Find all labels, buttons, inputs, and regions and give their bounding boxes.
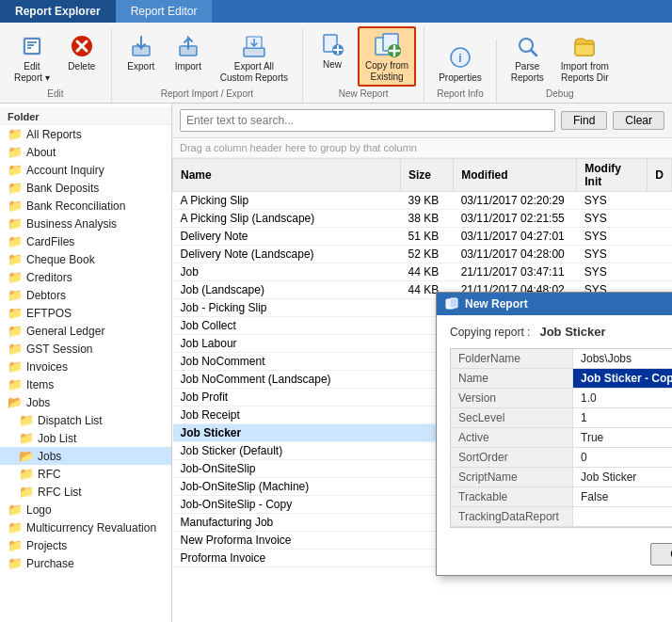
- sidebar-item-label-16: Dispatch List: [38, 414, 103, 427]
- modal-field-value-1[interactable]: Job Sticker - Copy: [573, 369, 672, 389]
- parse-reports-button[interactable]: ParseReports: [504, 28, 551, 87]
- edit-report-button[interactable]: EditReport ▾: [8, 28, 56, 87]
- import-label: Import: [175, 61, 201, 72]
- ribbon-group-new-report-label: New Report: [339, 88, 389, 99]
- ribbon-group-debug-label: Debug: [546, 88, 573, 99]
- modal-ok-button[interactable]: OK: [650, 543, 672, 566]
- export-button[interactable]: Export: [120, 28, 163, 87]
- ribbon-group-debug: ParseReports Import fromReports Dir Debu…: [501, 28, 623, 103]
- properties-icon: i: [445, 42, 475, 72]
- sidebar-item-bank-deposits[interactable]: 📁Bank Deposits: [0, 179, 171, 197]
- delete-button[interactable]: Delete: [60, 28, 104, 87]
- new-label: New: [323, 59, 342, 71]
- content-area: Find Clear Drag a column header here to …: [172, 104, 672, 622]
- sidebar-item-label-9: Debtors: [26, 289, 66, 302]
- copy-from-existing-button[interactable]: Copy fromExisting: [358, 26, 416, 87]
- modal-field-label-3: SecLevel: [451, 408, 573, 428]
- sidebar-item-jobs[interactable]: 📂Jobs: [0, 393, 171, 411]
- svg-rect-1: [24, 39, 40, 54]
- modal-field-label-8: TrackingDataReport: [451, 507, 573, 527]
- folder-icon-12: 📁: [8, 342, 23, 356]
- folder-icon-13: 📁: [8, 359, 23, 374]
- edit-report-label: EditReport ▾: [14, 61, 50, 84]
- sidebar-item-label-6: CardFiles: [26, 235, 74, 248]
- sidebar-item-label-3: Bank Deposits: [26, 182, 99, 195]
- copy-from-existing-icon: [372, 30, 402, 60]
- sidebar-item-label-24: Purchase: [26, 557, 74, 570]
- new-button[interactable]: New: [311, 26, 354, 87]
- ribbon-group-import-export-label: Report Import / Export: [161, 88, 253, 99]
- sidebar-item-label-8: Creditors: [26, 271, 72, 284]
- svg-text:i: i: [458, 52, 461, 65]
- sidebar-item-business-analysis[interactable]: 📁Business Analysis: [0, 215, 171, 232]
- export-all-button[interactable]: Export AllCustom Reports: [214, 28, 295, 87]
- sidebar-item-cheque-book[interactable]: 📁Cheque Book: [0, 250, 171, 268]
- sidebar-item-label-12: GST Session: [26, 343, 92, 356]
- sidebar-item-label-19: RFC: [38, 468, 61, 481]
- sidebar-item-purchase[interactable]: 📁Purchase: [0, 554, 171, 572]
- folder-icon-0: 📁: [8, 127, 23, 141]
- sidebar-item-dispatch-list[interactable]: 📁Dispatch List: [0, 411, 171, 429]
- sidebar-item-rfc[interactable]: 📁RFC: [0, 465, 171, 483]
- modal-field-label-7: Trackable: [451, 487, 573, 507]
- tab-report-editor[interactable]: Report Editor: [116, 0, 213, 23]
- sidebar-item-gst-session[interactable]: 📁GST Session: [0, 340, 171, 358]
- sidebar-item-projects[interactable]: 📁Projects: [0, 536, 171, 554]
- modal-body: Copying report : Job Sticker FolderNameJ…: [437, 315, 672, 535]
- sidebar-item-label-11: General Ledger: [26, 325, 104, 338]
- folder-icon-4: 📁: [8, 199, 23, 213]
- folder-icon-3: 📁: [8, 181, 23, 195]
- sidebar-item-label-20: RFC List: [38, 486, 82, 499]
- svg-line-28: [532, 51, 537, 56]
- main-layout: Folder 📁All Reports📁About📁Account Inquir…: [0, 104, 672, 622]
- edit-report-icon: [17, 31, 47, 61]
- properties-button[interactable]: i Properties: [432, 40, 488, 87]
- modal-title-label: New Report: [465, 297, 528, 311]
- sidebar-item-label-1: About: [26, 146, 56, 159]
- sidebar-item-general-ledger[interactable]: 📁General Ledger: [0, 322, 171, 340]
- folder-icon-1: 📁: [8, 145, 23, 159]
- sidebar-item-all-reports[interactable]: 📁All Reports: [0, 125, 171, 143]
- export-icon: [126, 31, 156, 61]
- sidebar-item-account-inquiry[interactable]: 📁Account Inquiry: [0, 161, 171, 179]
- sidebar-item-eftpos[interactable]: 📁EFTPOS: [0, 304, 171, 322]
- tab-report-explorer[interactable]: Report Explorer: [0, 0, 116, 23]
- sidebar-item-rfc-list[interactable]: 📁RFC List: [0, 483, 171, 501]
- ribbon-group-import-export: Export Import: [116, 28, 303, 103]
- export-label: Export: [127, 61, 154, 72]
- ribbon-group-report-info: i Properties Report Info: [428, 40, 497, 103]
- sidebar-item-label-5: Business Analysis: [26, 217, 117, 231]
- title-bar: Report Explorer Report Editor: [0, 0, 672, 23]
- sidebar-item-jobs[interactable]: 📂Jobs: [0, 447, 171, 465]
- sidebar-item-bank-reconciliation[interactable]: 📁Bank Reconciliation: [0, 197, 171, 215]
- modal-field-value-0: Jobs\Jobs: [573, 349, 672, 369]
- modal-field-label-1: Name: [451, 369, 573, 389]
- sidebar: Folder 📁All Reports📁About📁Account Inquir…: [0, 104, 172, 622]
- sidebar-item-debtors[interactable]: 📁Debtors: [0, 286, 171, 304]
- folder-icon-18: 📂: [19, 449, 34, 463]
- modal-overlay: New Report ✕ Copying report : Job Sticke…: [172, 104, 672, 622]
- sidebar-item-invoices[interactable]: 📁Invoices: [0, 358, 171, 375]
- modal-grid: FolderNameJobs\JobsNameJob Sticker - Cop…: [450, 348, 672, 528]
- sidebar-item-multicurrency-revaluation[interactable]: 📁Multicurrency Revaluation: [0, 518, 171, 536]
- copy-from-existing-label: Copy fromExisting: [365, 60, 408, 83]
- ribbon-group-edit: EditReport ▾ Delete Edit: [4, 28, 112, 103]
- import-button[interactable]: Import: [167, 28, 210, 87]
- modal-copying-label: Copying report :: [450, 326, 530, 339]
- sidebar-item-logo[interactable]: 📁Logo: [0, 501, 171, 518]
- folder-icon-11: 📁: [8, 324, 23, 338]
- sidebar-item-cardfiles[interactable]: 📁CardFiles: [0, 232, 171, 250]
- sidebar-item-label-10: EFTPOS: [26, 307, 72, 320]
- modal-field-label-0: FolderName: [451, 349, 573, 369]
- sidebar-item-job-list[interactable]: 📁Job List: [0, 429, 171, 447]
- import-icon: [173, 31, 203, 61]
- sidebar-item-items[interactable]: 📁Items: [0, 375, 171, 393]
- import-from-dir-button[interactable]: Import fromReports Dir: [554, 28, 616, 87]
- sidebar-item-about[interactable]: 📁About: [0, 143, 171, 161]
- svg-rect-30: [450, 298, 457, 308]
- folder-icon-6: 📁: [8, 234, 23, 248]
- svg-rect-12: [244, 48, 264, 56]
- sidebar-item-creditors[interactable]: 📁Creditors: [0, 268, 171, 286]
- sidebar-item-label-18: Jobs: [38, 450, 61, 463]
- sidebar-items-container: 📁All Reports📁About📁Account Inquiry📁Bank …: [0, 125, 171, 572]
